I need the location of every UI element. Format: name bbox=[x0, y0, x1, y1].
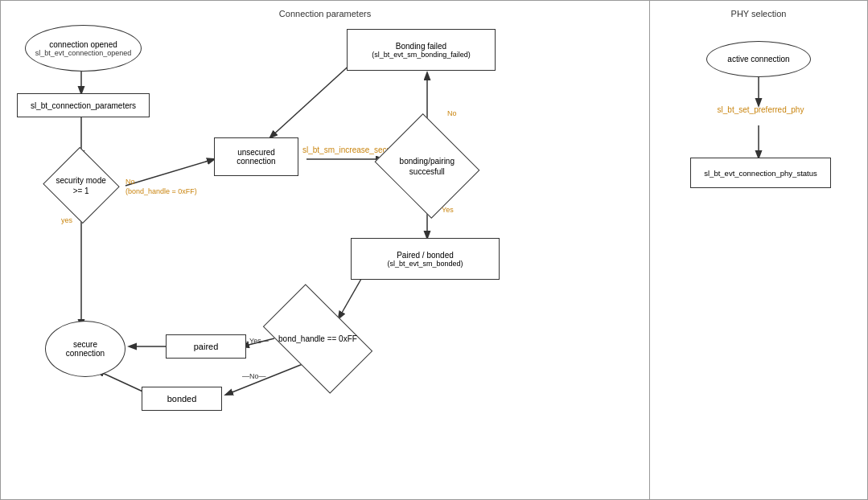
bond-handle-diamond-wrapper: bond_handle == 0xFF bbox=[266, 305, 371, 373]
bonded-node: bonded bbox=[142, 387, 222, 411]
connection-opened-line2: sl_bt_evt_connection_opened bbox=[35, 49, 132, 57]
bonding-failed-line1: Bonding failed bbox=[396, 42, 446, 51]
unsecured-line2: connection bbox=[237, 157, 275, 166]
unsecured-line1: unsecured bbox=[237, 148, 275, 157]
connection-opened-node: connection opened sl_bt_evt_connection_o… bbox=[25, 25, 142, 72]
right-panel: PHY selection active connection sl_bt_se… bbox=[650, 1, 867, 499]
bond-handle-no-label: —No— bbox=[242, 372, 266, 380]
paired-bonded-line1: Paired / bonded bbox=[397, 251, 454, 260]
bonding-failed-node: Bonding failed (sl_bt_evt_sm_bonding_fai… bbox=[347, 29, 496, 71]
bonding-pairing-text: bonding/pairing succesfull bbox=[400, 155, 455, 176]
paired-label: paired bbox=[194, 342, 219, 351]
active-connection-label: active connection bbox=[727, 55, 789, 64]
bond-handle-label: (bond_handle = 0xFF) bbox=[125, 187, 197, 195]
connection-opened-line1: connection opened bbox=[49, 40, 117, 49]
security-mode-text: security mode >= 1 bbox=[54, 175, 109, 196]
phy-status-label: sl_bt_evt_connection_phy_status bbox=[704, 169, 817, 178]
bond-handle-diamond: bond_handle == 0xFF bbox=[263, 284, 372, 393]
no-bond-handle-label: No (bond_handle = 0xFF) bbox=[125, 178, 197, 196]
bonding-yes-label: Yes bbox=[442, 206, 454, 214]
right-panel-title: PHY selection bbox=[658, 9, 859, 18]
left-panel: Connection parameters bbox=[1, 1, 650, 499]
main-container: Connection parameters bbox=[0, 0, 868, 500]
left-panel-title: Connection parameters bbox=[9, 9, 641, 18]
security-mode-diamond-wrapper: security mode >= 1 bbox=[45, 155, 117, 215]
no-label: No bbox=[125, 178, 135, 186]
secure-line1: secure bbox=[73, 340, 97, 349]
bonding-failed-line2: (sl_bt_evt_sm_bonding_failed) bbox=[372, 51, 471, 59]
secure-line2: connection bbox=[66, 349, 105, 358]
phy-status-node: sl_bt_evt_connection_phy_status bbox=[690, 158, 831, 188]
yes-label: yes bbox=[61, 216, 72, 224]
secure-connection-node: secure connection bbox=[45, 321, 125, 377]
paired-node: paired bbox=[166, 334, 246, 359]
bonded-label: bonded bbox=[167, 394, 197, 404]
paired-bonded-line2: (sl_bt_evt_sm_bonded) bbox=[387, 260, 463, 268]
unsecured-connection-node: unsecured connection bbox=[214, 137, 298, 176]
bonding-pairing-diamond-wrapper: bonding/pairing succesfull bbox=[379, 128, 475, 204]
bonding-pairing-diamond: bonding/pairing succesfull bbox=[375, 113, 480, 219]
flowchart-arrows bbox=[1, 1, 649, 499]
security-mode-diamond: security mode >= 1 bbox=[43, 147, 119, 223]
set-preferred-phy-label: sl_bt_set_preferred_phy bbox=[698, 105, 823, 114]
connection-parameters-node: sl_bt_connection_parameters bbox=[17, 93, 150, 117]
bonding-no-label: No bbox=[447, 109, 457, 117]
paired-bonded-node: Paired / bonded (sl_bt_evt_sm_bonded) bbox=[351, 238, 500, 280]
connection-parameters-label: sl_bt_connection_parameters bbox=[31, 101, 136, 110]
bond-handle-text: bond_handle == 0xFF bbox=[278, 334, 357, 344]
active-connection-node: active connection bbox=[706, 41, 811, 77]
